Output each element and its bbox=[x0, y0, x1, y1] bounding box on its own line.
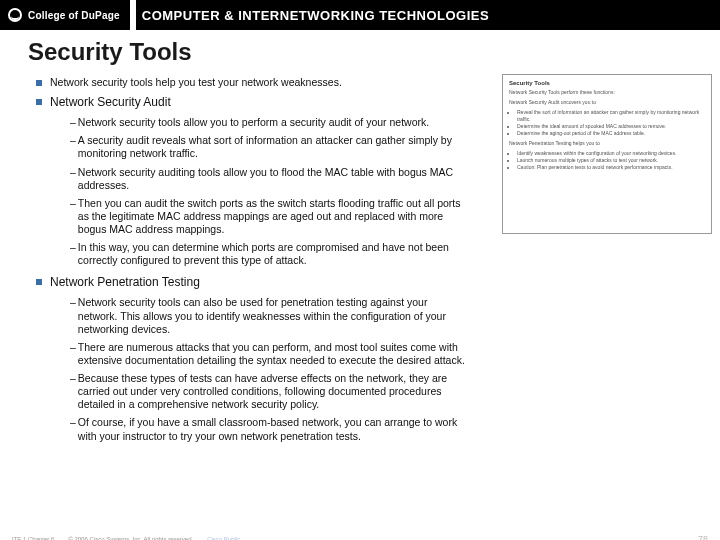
square-bullet-icon bbox=[36, 80, 42, 86]
footer-copyright: © 2006 Cisco Systems, Inc. All rights re… bbox=[68, 536, 193, 540]
footer-classification: Cisco Public bbox=[207, 536, 240, 540]
item-text: Of course, if you have a small classroom… bbox=[78, 416, 466, 442]
side-list: Identify weaknesses within the configura… bbox=[517, 150, 705, 171]
item-text: Network security auditing tools allow yo… bbox=[78, 166, 466, 192]
main-content: Network security tools help you test you… bbox=[36, 76, 466, 443]
list-item: –Network security tools can also be used… bbox=[70, 296, 466, 335]
list-item: –Then you can audit the switch ports as … bbox=[70, 197, 466, 236]
intro-text: Network security tools help you test you… bbox=[50, 76, 342, 89]
item-text: Then you can audit the switch ports as t… bbox=[78, 197, 466, 236]
slide-body: Security Tools Network security tools he… bbox=[0, 38, 720, 540]
logo-text: College of DuPage bbox=[28, 10, 120, 21]
app-header: College of DuPage COMPUTER & INTERNETWOR… bbox=[0, 0, 720, 30]
section-heading: Network Security Audit bbox=[36, 95, 466, 110]
section-heading-text: Network Penetration Testing bbox=[50, 275, 200, 290]
dash-icon: – bbox=[70, 296, 76, 335]
page-number: 78 bbox=[698, 534, 708, 540]
header-title: COMPUTER & INTERNETWORKING TECHNOLOGIES bbox=[142, 8, 720, 23]
side-item: Determine the ideal amount of spooked MA… bbox=[517, 123, 705, 130]
section-heading: Network Penetration Testing bbox=[36, 275, 466, 290]
dash-icon: – bbox=[70, 166, 76, 192]
footer: ITE 1 Chapter 6 © 2006 Cisco Systems, In… bbox=[0, 534, 720, 540]
square-bullet-icon bbox=[36, 99, 42, 105]
dash-icon: – bbox=[70, 372, 76, 411]
side-item: Reveal the sort of information an attack… bbox=[517, 109, 705, 123]
list-item: –Of course, if you have a small classroo… bbox=[70, 416, 466, 442]
list-item: –Network security tools allow you to per… bbox=[70, 116, 466, 129]
list-item: –A security audit reveals what sort of i… bbox=[70, 134, 466, 160]
side-sub: Network Penetration Testing helps you to bbox=[509, 140, 705, 147]
item-text: Because these types of tests can have ad… bbox=[78, 372, 466, 411]
dash-icon: – bbox=[70, 197, 76, 236]
dash-icon: – bbox=[70, 341, 76, 367]
list-item: –In this way, you can determine which po… bbox=[70, 241, 466, 267]
side-sub: Network Security Audit uncovers you to bbox=[509, 99, 705, 106]
list-item: –Because these types of tests can have a… bbox=[70, 372, 466, 411]
side-heading: Security Tools bbox=[509, 79, 705, 87]
side-item: Determine the aging-out period of the MA… bbox=[517, 130, 705, 137]
section-heading-text: Network Security Audit bbox=[50, 95, 171, 110]
item-text: A security audit reveals what sort of in… bbox=[78, 134, 466, 160]
square-bullet-icon bbox=[36, 279, 42, 285]
globe-icon bbox=[8, 8, 22, 22]
logo-block: College of DuPage bbox=[0, 0, 120, 30]
side-text: Network Security Tools perform these fun… bbox=[509, 89, 705, 96]
item-text: Network security tools can also be used … bbox=[78, 296, 466, 335]
dash-icon: – bbox=[70, 241, 76, 267]
list-item: –Network security auditing tools allow y… bbox=[70, 166, 466, 192]
section-items: –Network security tools can also be used… bbox=[70, 296, 466, 442]
dash-icon: – bbox=[70, 416, 76, 442]
side-item: Identify weaknesses within the configura… bbox=[517, 150, 705, 157]
side-item: Caution: Plan penetration tests to avoid… bbox=[517, 164, 705, 171]
footer-chapter: ITE 1 Chapter 6 bbox=[12, 536, 54, 540]
item-text: In this way, you can determine which por… bbox=[78, 241, 466, 267]
item-text: Network security tools allow you to perf… bbox=[78, 116, 429, 129]
dash-icon: – bbox=[70, 116, 76, 129]
dash-icon: – bbox=[70, 134, 76, 160]
section-items: –Network security tools allow you to per… bbox=[70, 116, 466, 267]
side-panel: Security Tools Network Security Tools pe… bbox=[502, 74, 712, 234]
side-item: Launch numerous multiple types of attack… bbox=[517, 157, 705, 164]
list-item: –There are numerous attacks that you can… bbox=[70, 341, 466, 367]
header-separator bbox=[130, 0, 136, 30]
side-list: Reveal the sort of information an attack… bbox=[517, 109, 705, 137]
page-title: Security Tools bbox=[28, 38, 720, 66]
intro-bullet: Network security tools help you test you… bbox=[36, 76, 466, 89]
item-text: There are numerous attacks that you can … bbox=[78, 341, 466, 367]
